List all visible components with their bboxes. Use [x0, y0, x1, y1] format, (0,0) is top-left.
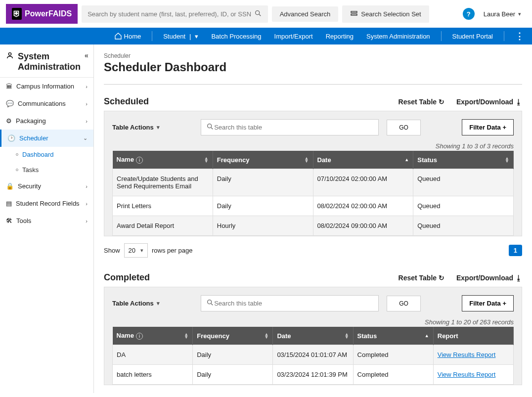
view-report-link[interactable]: View Results Report: [438, 351, 496, 358]
reset-table-button[interactable]: Reset Table ↻: [399, 274, 444, 282]
sort-icon: ▲: [404, 158, 409, 161]
tools-icon: 🛠: [6, 217, 12, 224]
info-icon[interactable]: i: [136, 333, 143, 340]
sidebar-item-tools[interactable]: 🛠Tools ›: [0, 212, 93, 229]
svg-point-0: [255, 10, 259, 14]
chevron-down-icon: ▾: [195, 33, 198, 40]
sort-icon: ▲▼: [505, 157, 509, 163]
cell-date: 08/02/2024 09:00:00 AM: [313, 216, 413, 236]
advanced-search-button[interactable]: Advanced Search: [272, 6, 339, 22]
chevron-down-icon: ▾: [518, 11, 521, 17]
cell-name: batch letters: [113, 365, 193, 385]
global-search[interactable]: [82, 5, 268, 23]
sidebar-collapse-button[interactable]: «: [85, 51, 89, 59]
table-actions-button[interactable]: Table Actions ▾: [112, 300, 160, 307]
cell-name: Print Letters: [113, 196, 213, 216]
nav-more-button[interactable]: ⋮: [513, 31, 526, 42]
col-date[interactable]: Date▲: [313, 151, 413, 169]
table-row[interactable]: Print Letters Daily 08/02/2024 02:00:00 …: [113, 196, 514, 216]
sidebar-sub-tasks[interactable]: Tasks: [0, 162, 93, 177]
selection-set-label: Search Selection Set: [361, 10, 421, 18]
search-selection-set-button[interactable]: Search Selection Set: [342, 5, 429, 23]
filter-label: Filter Data: [469, 300, 501, 307]
chevron-right-icon: ›: [86, 183, 88, 189]
table-row[interactable]: batch letters Daily 03/23/2024 12:01:39 …: [113, 365, 514, 385]
bullet-icon: [16, 153, 18, 156]
nav-batch[interactable]: Batch Processing: [209, 33, 263, 40]
search-icon: [206, 123, 214, 132]
col-report[interactable]: Report: [433, 327, 513, 345]
sidebar-item-label: Campus Information: [16, 83, 74, 90]
global-search-input[interactable]: [88, 10, 254, 18]
sort-icon: ▲▼: [345, 333, 349, 339]
completed-go-button[interactable]: GO: [387, 296, 421, 311]
cell-date: 08/02/2024 02:00:00 AM: [313, 196, 413, 216]
nav-portal[interactable]: Student Portal: [450, 33, 495, 40]
table-row[interactable]: DA Daily 03/15/2024 01:01:07 AM Complete…: [113, 345, 514, 365]
table-actions-button[interactable]: Table Actions ▾: [112, 124, 160, 131]
user-menu[interactable]: Laura Beer ▾: [479, 10, 526, 18]
chevron-right-icon: ›: [86, 101, 88, 107]
sidebar-item-scheduler[interactable]: 🕑Scheduler ⌄: [0, 130, 93, 147]
chevron-down-icon: ▾: [157, 124, 160, 131]
sidebar-title: System Administration «: [0, 44, 93, 78]
table-row[interactable]: Award Detail Report Hourly 08/02/2024 09…: [113, 216, 514, 236]
nav-import-label: Import/Export: [274, 33, 313, 40]
advanced-search-label: Advanced Search: [280, 10, 331, 18]
export-download-button[interactable]: Export/Download ⭳: [456, 98, 522, 106]
col-frequency[interactable]: Frequency▲▼: [193, 327, 273, 345]
info-icon[interactable]: i: [136, 157, 143, 164]
view-report-link[interactable]: View Results Report: [438, 371, 496, 378]
sidebar-item-communications[interactable]: 💬Communications ›: [0, 95, 93, 112]
sidebar-item-packaging[interactable]: ⚙Packaging ›: [0, 112, 93, 130]
completed-filter-button[interactable]: Filter Data +: [462, 295, 514, 311]
page-number-button[interactable]: 1: [509, 245, 522, 256]
table-row[interactable]: Create/Update Students and Send Requirem…: [113, 169, 514, 196]
chevron-down-icon: ⌄: [83, 135, 88, 141]
page-size-select[interactable]: 20 ▾: [124, 243, 148, 258]
scheduled-go-button[interactable]: GO: [387, 120, 421, 135]
col-label: Frequency: [217, 156, 250, 164]
completed-search-input[interactable]: [214, 300, 373, 307]
nav-reporting[interactable]: Reporting: [324, 33, 355, 40]
chevron-down-icon: ▾: [157, 300, 160, 307]
app-logo[interactable]: ⛨ PowerFAIDS: [6, 4, 78, 24]
home-icon: [114, 32, 122, 40]
col-label: Date: [277, 332, 291, 340]
export-download-button[interactable]: Export/Download ⭳: [456, 274, 522, 282]
completed-search[interactable]: [201, 295, 379, 311]
main-area: System Administration « 🏛Campus Informat…: [0, 44, 532, 393]
nav-import[interactable]: Import/Export: [272, 33, 315, 40]
divider: [104, 84, 522, 85]
col-status[interactable]: Status▲: [353, 327, 433, 345]
col-label: Frequency: [197, 332, 229, 340]
nav-home[interactable]: Home: [112, 32, 143, 40]
nav-separator: [152, 31, 152, 41]
sidebar: System Administration « 🏛Campus Informat…: [0, 44, 94, 393]
sidebar-item-campus-information[interactable]: 🏛Campus Information ›: [0, 78, 93, 95]
scheduled-search[interactable]: [201, 119, 379, 135]
download-icon: ⭳: [515, 274, 522, 282]
col-name[interactable]: Namei▲▼: [113, 327, 193, 345]
sidebar-sub-dashboard[interactable]: Dashboard: [0, 147, 93, 162]
col-frequency[interactable]: Frequency▲▼: [213, 151, 313, 169]
help-button[interactable]: ?: [463, 8, 475, 20]
svg-point-5: [208, 124, 212, 128]
nav-student[interactable]: Student | ▾: [161, 33, 200, 40]
nav-sysadmin[interactable]: System Administration: [364, 33, 432, 40]
col-name[interactable]: Namei▲▼: [113, 151, 213, 169]
col-date[interactable]: Date▲▼: [273, 327, 353, 345]
reset-table-button[interactable]: Reset Table ↻: [399, 98, 444, 106]
scheduled-search-input[interactable]: [214, 124, 373, 131]
pager-show-label: Show: [104, 247, 120, 254]
nav-separator: [441, 31, 442, 41]
sort-icon: ▲▼: [184, 333, 188, 339]
completed-card: Table Actions ▾ GO Filter Data + Showing…: [104, 287, 522, 385]
scheduled-filter-button[interactable]: Filter Data +: [462, 119, 514, 135]
sidebar-item-security[interactable]: 🔒Security ›: [0, 177, 93, 195]
completed-records-info: Showing 1 to 20 of 263 records: [112, 318, 514, 326]
svg-rect-2: [351, 11, 357, 13]
sidebar-item-student-record-fields[interactable]: ▤Student Record Fields ›: [0, 195, 93, 212]
nav-home-label: Home: [124, 33, 141, 40]
col-status[interactable]: Status▲▼: [413, 151, 514, 169]
